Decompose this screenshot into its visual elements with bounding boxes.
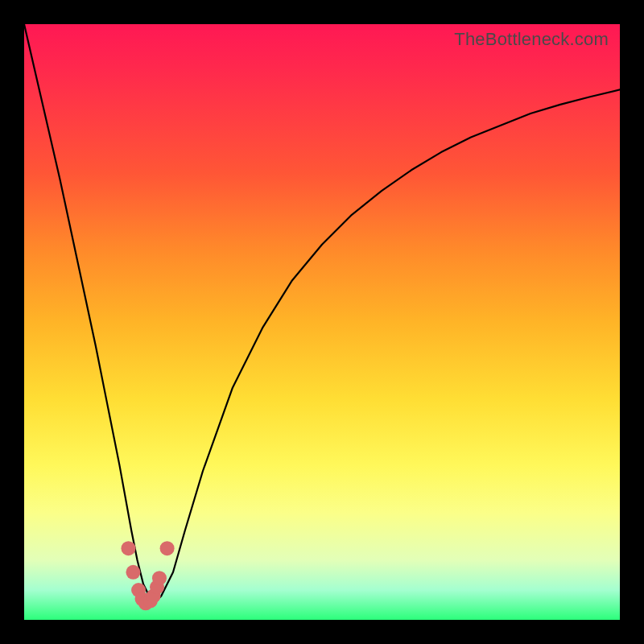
chart-svg — [24, 24, 620, 620]
highlight-point — [152, 571, 167, 585]
highlight-point — [160, 541, 175, 555]
chart-frame: TheBottleneck.com — [24, 24, 620, 620]
highlight-point — [126, 565, 140, 580]
bottleneck-curve — [24, 24, 620, 602]
highlight-markers — [122, 541, 175, 610]
highlight-point — [122, 541, 136, 555]
